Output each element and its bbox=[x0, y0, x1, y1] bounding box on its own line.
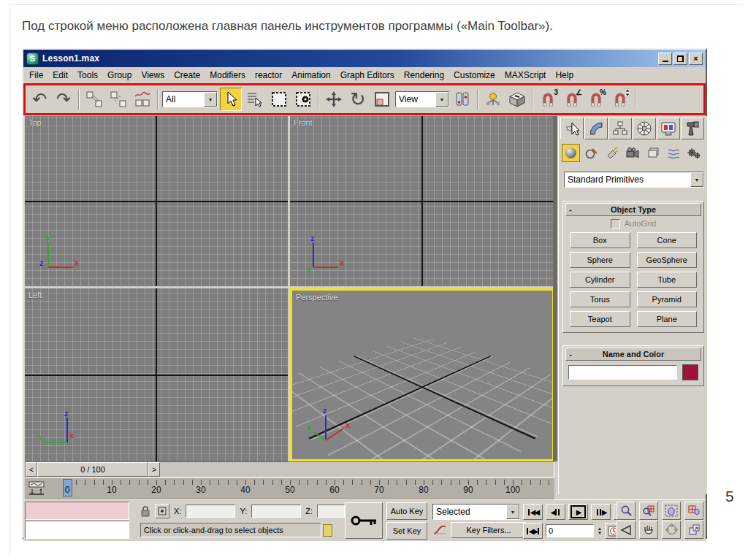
title-bar[interactable]: S Lesson1.max × bbox=[23, 50, 706, 67]
set-key-button[interactable]: Set Key bbox=[386, 522, 427, 540]
keyboard-shortcut-override-button[interactable] bbox=[506, 88, 528, 111]
z-coordinate-field[interactable] bbox=[317, 505, 345, 518]
x-coordinate-field[interactable] bbox=[186, 505, 235, 518]
menu-customize[interactable]: Customize bbox=[454, 70, 495, 80]
category-geometry-button[interactable] bbox=[562, 144, 580, 162]
absolute-offset-mode-button[interactable] bbox=[155, 504, 169, 518]
zoom-button[interactable] bbox=[617, 502, 636, 520]
object-type-geosphere-button[interactable]: GeoSphere bbox=[637, 252, 698, 268]
open-mini-curve-editor-button[interactable] bbox=[27, 480, 46, 496]
object-name-input[interactable] bbox=[568, 365, 677, 380]
select-by-name-button[interactable] bbox=[244, 88, 266, 111]
menu-maxscript[interactable]: MAXScript bbox=[505, 70, 546, 80]
viewport-top[interactable]: Top y x z bbox=[25, 116, 288, 286]
dropdown-arrow-icon[interactable]: ▼ bbox=[204, 92, 217, 107]
object-type-rollout-header[interactable]: - Object Type bbox=[565, 203, 701, 216]
min-max-toggle-button[interactable] bbox=[684, 521, 703, 539]
time-slider-next-button[interactable]: > bbox=[148, 462, 160, 477]
go-to-start-button[interactable]: ◀◀ bbox=[523, 504, 543, 520]
menu-views[interactable]: Views bbox=[141, 70, 164, 80]
next-frame-button[interactable]: ▶ bbox=[591, 504, 611, 520]
undo-button[interactable]: ↶ bbox=[28, 88, 50, 111]
viewport-front[interactable]: Front z x y bbox=[290, 116, 554, 286]
category-space-warps-button[interactable] bbox=[664, 144, 682, 162]
tab-hierarchy[interactable] bbox=[608, 118, 632, 139]
tab-create[interactable] bbox=[560, 118, 584, 139]
maxscript-mini-listener-macro[interactable] bbox=[25, 502, 129, 520]
tab-display[interactable] bbox=[657, 118, 680, 139]
set-keys-button[interactable] bbox=[345, 502, 383, 539]
window-crossing-toggle-button[interactable] bbox=[292, 88, 314, 111]
select-and-scale-button[interactable] bbox=[371, 88, 393, 111]
menu-tools[interactable]: Tools bbox=[77, 70, 98, 80]
object-type-tube-button[interactable]: Tube bbox=[637, 272, 698, 288]
object-type-cylinder-button[interactable]: Cylinder bbox=[570, 272, 630, 288]
select-and-rotate-button[interactable]: ↻ bbox=[347, 88, 369, 111]
close-button[interactable]: × bbox=[689, 53, 703, 65]
previous-frame-button[interactable]: ◀ bbox=[546, 504, 565, 520]
select-and-manipulate-button[interactable] bbox=[482, 88, 504, 111]
angle-snap-toggle-button[interactable]: ∠ bbox=[561, 88, 583, 111]
viewport-perspective-label[interactable]: Perspective bbox=[296, 293, 337, 302]
play-animation-button[interactable]: ▶ bbox=[568, 504, 588, 520]
menu-reactor[interactable]: reactor bbox=[255, 70, 282, 80]
name-color-rollout-header[interactable]: - Name and Color bbox=[565, 348, 701, 361]
arc-rotate-button[interactable] bbox=[662, 521, 681, 539]
category-lights-button[interactable] bbox=[603, 144, 621, 162]
category-systems-button[interactable] bbox=[684, 144, 703, 162]
zoom-extents-button[interactable] bbox=[662, 502, 681, 520]
zoom-all-button[interactable] bbox=[639, 502, 658, 520]
reference-coordinate-system-combo[interactable]: View ▼ bbox=[395, 91, 449, 107]
selection-lock-icon[interactable] bbox=[140, 505, 150, 517]
spinner-snap-toggle-button[interactable] bbox=[609, 88, 631, 111]
menu-help[interactable]: Help bbox=[555, 70, 573, 80]
viewport-top-label[interactable]: Top bbox=[28, 118, 42, 127]
key-filter-set-combo[interactable]: Selected ▼ bbox=[432, 504, 520, 520]
menu-create[interactable]: Create bbox=[174, 70, 200, 80]
menu-file[interactable]: File bbox=[29, 70, 43, 80]
viewport-left[interactable]: Left z y x bbox=[25, 288, 288, 461]
current-frame-field[interactable]: 0 bbox=[546, 524, 594, 537]
minimize-button[interactable] bbox=[658, 53, 672, 65]
redo-button[interactable]: ↷ bbox=[53, 88, 75, 111]
tab-modify[interactable] bbox=[584, 118, 608, 139]
viewport-left-label[interactable]: Left bbox=[28, 291, 42, 299]
key-filters-button[interactable]: Key Filters... bbox=[451, 522, 527, 538]
menu-modifiers[interactable]: Modifiers bbox=[210, 70, 245, 80]
select-and-link-button[interactable] bbox=[83, 88, 105, 111]
zoom-extents-all-button[interactable] bbox=[684, 502, 703, 520]
category-shapes-button[interactable] bbox=[582, 144, 600, 162]
object-type-torus-button[interactable]: Torus bbox=[570, 291, 630, 307]
category-cameras-button[interactable] bbox=[623, 144, 641, 162]
dropdown-arrow-icon[interactable]: ▼ bbox=[435, 92, 449, 107]
restore-button[interactable] bbox=[673, 53, 687, 65]
object-type-cone-button[interactable]: Cone bbox=[637, 232, 698, 248]
percent-snap-toggle-button[interactable]: % bbox=[585, 88, 607, 111]
viewport-perspective[interactable]: Perspective z x y bbox=[290, 288, 554, 461]
object-type-teapot-button[interactable]: Teapot bbox=[570, 311, 630, 327]
primitives-category-combo[interactable]: Standard Primitives ▼ bbox=[564, 172, 704, 188]
select-object-button[interactable] bbox=[220, 88, 242, 111]
menu-edit[interactable]: Edit bbox=[53, 70, 68, 80]
object-type-plane-button[interactable]: Plane bbox=[637, 311, 698, 327]
snaps-toggle-button[interactable]: 3 bbox=[537, 88, 559, 111]
frame-spinner[interactable]: ▲▼ bbox=[598, 527, 602, 535]
viewport-front-label[interactable]: Front bbox=[294, 118, 313, 127]
dropdown-arrow-icon[interactable]: ▼ bbox=[690, 172, 703, 187]
menu-animation[interactable]: Animation bbox=[291, 70, 330, 80]
autogrid-checkbox[interactable] bbox=[611, 219, 620, 229]
tab-utilities[interactable] bbox=[681, 118, 704, 139]
menu-graph-editors[interactable]: Graph Editors bbox=[340, 70, 394, 80]
add-time-tag-icon[interactable] bbox=[323, 524, 332, 537]
default-tangent-button[interactable] bbox=[432, 523, 447, 537]
selection-filter-combo[interactable]: All ▼ bbox=[162, 91, 218, 107]
object-type-pyramid-button[interactable]: Pyramid bbox=[637, 291, 698, 307]
field-of-view-button[interactable] bbox=[617, 521, 636, 539]
panel-splitter[interactable] bbox=[553, 116, 557, 461]
select-and-move-button[interactable] bbox=[323, 88, 345, 111]
key-mode-toggle-button[interactable]: ◀▶ bbox=[523, 523, 543, 539]
time-slider-prev-button[interactable]: < bbox=[26, 462, 37, 477]
maxscript-mini-listener-input[interactable] bbox=[25, 521, 129, 539]
use-pivot-point-center-button[interactable] bbox=[451, 88, 473, 111]
time-ruler[interactable]: 0102030405060708090100 bbox=[50, 478, 553, 499]
